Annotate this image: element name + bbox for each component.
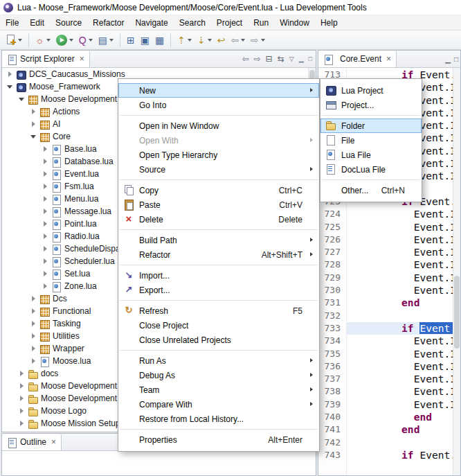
context-menu-item-new[interactable]: New [118,83,319,98]
code-line[interactable]: end [347,411,460,423]
collapse-twistie-icon[interactable] [18,96,26,103]
expand-twistie-icon[interactable] [18,370,26,378]
expand-twistie-icon[interactable] [30,333,37,340]
expand-twistie-icon[interactable] [30,345,37,353]
code-line[interactable]: Event.I [347,246,460,258]
code-line[interactable]: Event.I [347,348,460,360]
next-annotation-button[interactable]: ⇣ [195,32,214,48]
menubar-item-project[interactable]: Project [211,15,248,30]
context-menu-item-paste[interactable]: PasteCtrl+V [118,197,319,212]
context-menu-item-team[interactable]: Team [118,382,319,397]
context-menu-item-open-type-hierarchy[interactable]: Open Type Hierarchy [118,148,319,162]
menubar-item-window[interactable]: Window [274,15,315,30]
expand-twistie-icon[interactable] [30,358,37,365]
context-menu-item-close-unrelated-projects[interactable]: Close Unrelated Projects [118,333,319,347]
show-view-button[interactable]: ⊞ [125,32,137,48]
view-menu-icon[interactable]: ▽ [289,56,294,62]
coverage-button[interactable]: Q [77,32,95,48]
expand-twistie-icon[interactable] [42,270,49,278]
context-menu-item-close-project[interactable]: Close Project [118,318,319,333]
console-button[interactable]: ▣ [138,32,152,48]
context-menu-item-open-in-new-window[interactable]: Open in New Window [118,118,319,133]
context-menu-item-import[interactable]: ↘Import... [118,268,319,283]
tab-core-event[interactable]: Core.Event × [318,51,397,67]
code-line[interactable]: Event.I [347,233,460,246]
code-line[interactable]: if Event.ta [347,449,460,461]
menubar-item-help[interactable]: Help [315,15,343,30]
code-line[interactable] [347,437,460,449]
collapse-all-icon[interactable]: ⊟ [266,55,273,63]
close-icon[interactable]: × [80,55,84,63]
expand-twistie-icon[interactable] [42,245,49,253]
minimize-icon[interactable]: ▁ [445,55,451,63]
launch-config-button[interactable]: ▤ [96,32,116,48]
expand-twistie-icon[interactable] [42,208,49,215]
menubar-item-navigate[interactable]: Navigate [129,15,173,30]
context-menu-item-refresh[interactable]: ↻RefreshF5 [118,303,319,318]
context-menu-item-copy[interactable]: CopyCtrl+C [118,183,319,197]
run-button[interactable]: ▶ [54,32,75,48]
minimize-icon[interactable]: ▁ [299,56,304,62]
context-menu-item-debug-as[interactable]: Debug As [118,368,319,382]
new-submenu-item-lua-project[interactable]: Lua Project [320,83,422,98]
expand-twistie-icon[interactable] [42,158,49,166]
back-arrow-icon[interactable]: ⇦ [242,55,248,63]
context-menu-item-open-with[interactable]: Open With [118,133,319,148]
forward-arrow-icon[interactable]: ⇨ [254,55,261,63]
code-line[interactable] [347,310,460,322]
new-submenu-item-folder[interactable]: Folder [320,118,422,133]
new-submenu-item-project[interactable]: Project... [320,98,422,112]
code-line[interactable]: Event.I [347,258,460,271]
code-line[interactable]: Event.I [347,373,460,385]
menubar-item-run[interactable]: Run [248,15,274,30]
new-submenu-item-file[interactable]: File [320,133,422,148]
expand-twistie-icon[interactable] [42,146,49,153]
tab-script-explorer[interactable]: Script Explorer × [2,51,90,67]
code-line[interactable]: Event.I [347,284,460,297]
code-line[interactable]: Event.I [347,272,460,284]
expand-twistie-icon[interactable] [6,71,14,78]
collapse-twistie-icon[interactable] [6,83,14,91]
code-line[interactable]: Event.I [347,398,460,411]
new-wizard-button[interactable] [3,32,24,48]
context-menu-item-compare-with[interactable]: Compare With [118,397,319,412]
close-icon[interactable]: × [386,55,391,63]
menubar-item-search[interactable]: Search [174,15,211,30]
back-button[interactable]: ⇦ [228,32,247,48]
context-menu-item-properties[interactable]: PropertiesAlt+Enter [118,432,319,447]
context-menu-item-refactor[interactable]: RefactorAlt+Shift+T [118,247,319,262]
menubar-item-file[interactable]: File [0,15,24,30]
new-submenu-item-other[interactable]: Other...Ctrl+N [320,183,422,197]
forward-button[interactable]: ⇨ [248,32,267,48]
code-line[interactable]: Event.I [347,335,460,347]
expand-twistie-icon[interactable] [30,320,37,328]
menubar-item-refactor[interactable]: Refactor [87,15,129,30]
code-line[interactable]: if Event. [347,322,460,335]
code-line[interactable]: Event.I [347,360,460,373]
new-submenu-item-doclua-file[interactable]: DocLua File [320,162,422,177]
menubar-item-source[interactable]: Source [50,15,87,30]
tab-outline[interactable]: Outline × [2,434,62,450]
last-edit-location-button[interactable]: ↩ [215,32,228,48]
editor-scrollbar[interactable] [453,68,460,475]
expand-twistie-icon[interactable] [42,283,49,290]
maximize-icon[interactable]: □ [309,56,312,62]
expand-twistie-icon[interactable] [42,258,49,265]
link-with-editor-icon[interactable]: ⇆ [278,55,284,63]
code-line[interactable]: end [347,423,460,436]
context-menu-item-restore-from-local-history[interactable]: Restore from Local History... [118,412,319,426]
collapse-twistie-icon[interactable] [30,133,37,141]
code-line[interactable]: Event.I [347,208,460,220]
context-menu-item-source[interactable]: Source [118,162,319,177]
external-tools-button[interactable]: ☼ [33,32,53,48]
editor-scrollbar-thumb[interactable] [454,276,460,349]
maximize-icon[interactable]: □ [454,55,458,63]
menubar-item-edit[interactable]: Edit [24,15,50,30]
expand-twistie-icon[interactable] [18,407,26,415]
code-line[interactable]: Event.I [347,385,460,398]
context-menu-item-run-as[interactable]: Run As [118,353,319,368]
expand-twistie-icon[interactable] [30,121,37,128]
expand-twistie-icon[interactable] [18,395,26,403]
new-submenu-item-lua-file[interactable]: Lua File [320,148,422,162]
expand-twistie-icon[interactable] [30,108,37,116]
